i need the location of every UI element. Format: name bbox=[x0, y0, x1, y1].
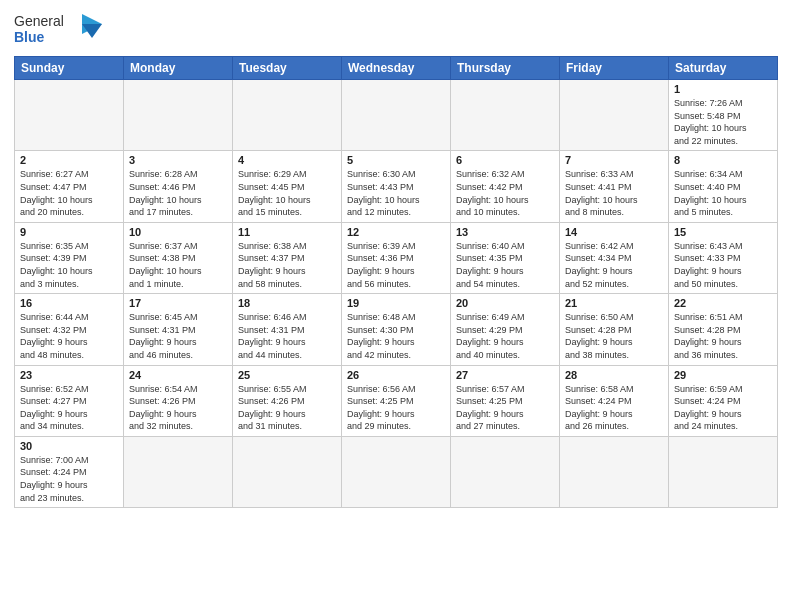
day-number: 1 bbox=[674, 83, 772, 95]
day-info: Sunrise: 6:39 AM Sunset: 4:36 PM Dayligh… bbox=[347, 240, 445, 290]
day-number: 2 bbox=[20, 154, 118, 166]
calendar-cell: 25Sunrise: 6:55 AM Sunset: 4:26 PM Dayli… bbox=[233, 365, 342, 436]
calendar-cell: 9Sunrise: 6:35 AM Sunset: 4:39 PM Daylig… bbox=[15, 222, 124, 293]
calendar-cell: 12Sunrise: 6:39 AM Sunset: 4:36 PM Dayli… bbox=[342, 222, 451, 293]
day-number: 23 bbox=[20, 369, 118, 381]
calendar-cell: 22Sunrise: 6:51 AM Sunset: 4:28 PM Dayli… bbox=[669, 294, 778, 365]
day-number: 18 bbox=[238, 297, 336, 309]
weekday-header-monday: Monday bbox=[124, 57, 233, 80]
calendar-cell bbox=[451, 436, 560, 507]
day-number: 13 bbox=[456, 226, 554, 238]
calendar-cell bbox=[233, 80, 342, 151]
day-info: Sunrise: 6:28 AM Sunset: 4:46 PM Dayligh… bbox=[129, 168, 227, 218]
calendar-cell: 13Sunrise: 6:40 AM Sunset: 4:35 PM Dayli… bbox=[451, 222, 560, 293]
day-info: Sunrise: 6:34 AM Sunset: 4:40 PM Dayligh… bbox=[674, 168, 772, 218]
calendar-cell bbox=[124, 436, 233, 507]
day-number: 4 bbox=[238, 154, 336, 166]
calendar-week-row: 23Sunrise: 6:52 AM Sunset: 4:27 PM Dayli… bbox=[15, 365, 778, 436]
calendar-cell: 2Sunrise: 6:27 AM Sunset: 4:47 PM Daylig… bbox=[15, 151, 124, 222]
calendar-cell: 7Sunrise: 6:33 AM Sunset: 4:41 PM Daylig… bbox=[560, 151, 669, 222]
calendar-week-row: 1Sunrise: 7:26 AM Sunset: 5:48 PM Daylig… bbox=[15, 80, 778, 151]
calendar-cell: 26Sunrise: 6:56 AM Sunset: 4:25 PM Dayli… bbox=[342, 365, 451, 436]
calendar-cell bbox=[451, 80, 560, 151]
day-number: 7 bbox=[565, 154, 663, 166]
day-info: Sunrise: 7:00 AM Sunset: 4:24 PM Dayligh… bbox=[20, 454, 118, 504]
logo: GeneralBlue bbox=[14, 10, 104, 48]
day-number: 20 bbox=[456, 297, 554, 309]
day-number: 19 bbox=[347, 297, 445, 309]
day-number: 30 bbox=[20, 440, 118, 452]
calendar-cell: 1Sunrise: 7:26 AM Sunset: 5:48 PM Daylig… bbox=[669, 80, 778, 151]
day-info: Sunrise: 6:29 AM Sunset: 4:45 PM Dayligh… bbox=[238, 168, 336, 218]
day-number: 10 bbox=[129, 226, 227, 238]
day-number: 22 bbox=[674, 297, 772, 309]
day-number: 3 bbox=[129, 154, 227, 166]
calendar-cell: 17Sunrise: 6:45 AM Sunset: 4:31 PM Dayli… bbox=[124, 294, 233, 365]
day-number: 26 bbox=[347, 369, 445, 381]
day-info: Sunrise: 6:52 AM Sunset: 4:27 PM Dayligh… bbox=[20, 383, 118, 433]
day-number: 17 bbox=[129, 297, 227, 309]
weekday-header-friday: Friday bbox=[560, 57, 669, 80]
day-info: Sunrise: 6:40 AM Sunset: 4:35 PM Dayligh… bbox=[456, 240, 554, 290]
calendar-cell: 24Sunrise: 6:54 AM Sunset: 4:26 PM Dayli… bbox=[124, 365, 233, 436]
calendar-cell bbox=[560, 436, 669, 507]
day-number: 5 bbox=[347, 154, 445, 166]
day-info: Sunrise: 6:51 AM Sunset: 4:28 PM Dayligh… bbox=[674, 311, 772, 361]
calendar-week-row: 16Sunrise: 6:44 AM Sunset: 4:32 PM Dayli… bbox=[15, 294, 778, 365]
calendar-cell: 20Sunrise: 6:49 AM Sunset: 4:29 PM Dayli… bbox=[451, 294, 560, 365]
day-info: Sunrise: 6:35 AM Sunset: 4:39 PM Dayligh… bbox=[20, 240, 118, 290]
day-info: Sunrise: 6:54 AM Sunset: 4:26 PM Dayligh… bbox=[129, 383, 227, 433]
day-number: 9 bbox=[20, 226, 118, 238]
day-number: 8 bbox=[674, 154, 772, 166]
calendar-cell: 14Sunrise: 6:42 AM Sunset: 4:34 PM Dayli… bbox=[560, 222, 669, 293]
calendar-cell: 28Sunrise: 6:58 AM Sunset: 4:24 PM Dayli… bbox=[560, 365, 669, 436]
day-info: Sunrise: 6:42 AM Sunset: 4:34 PM Dayligh… bbox=[565, 240, 663, 290]
calendar-cell: 11Sunrise: 6:38 AM Sunset: 4:37 PM Dayli… bbox=[233, 222, 342, 293]
day-number: 28 bbox=[565, 369, 663, 381]
day-info: Sunrise: 6:44 AM Sunset: 4:32 PM Dayligh… bbox=[20, 311, 118, 361]
day-info: Sunrise: 6:48 AM Sunset: 4:30 PM Dayligh… bbox=[347, 311, 445, 361]
day-number: 25 bbox=[238, 369, 336, 381]
day-number: 24 bbox=[129, 369, 227, 381]
calendar-cell bbox=[233, 436, 342, 507]
weekday-header-tuesday: Tuesday bbox=[233, 57, 342, 80]
day-info: Sunrise: 7:26 AM Sunset: 5:48 PM Dayligh… bbox=[674, 97, 772, 147]
day-number: 6 bbox=[456, 154, 554, 166]
calendar-cell bbox=[342, 80, 451, 151]
day-number: 21 bbox=[565, 297, 663, 309]
calendar-cell: 27Sunrise: 6:57 AM Sunset: 4:25 PM Dayli… bbox=[451, 365, 560, 436]
day-info: Sunrise: 6:57 AM Sunset: 4:25 PM Dayligh… bbox=[456, 383, 554, 433]
calendar-cell: 30Sunrise: 7:00 AM Sunset: 4:24 PM Dayli… bbox=[15, 436, 124, 507]
day-info: Sunrise: 6:58 AM Sunset: 4:24 PM Dayligh… bbox=[565, 383, 663, 433]
weekday-header-sunday: Sunday bbox=[15, 57, 124, 80]
day-number: 12 bbox=[347, 226, 445, 238]
day-info: Sunrise: 6:46 AM Sunset: 4:31 PM Dayligh… bbox=[238, 311, 336, 361]
calendar-week-row: 9Sunrise: 6:35 AM Sunset: 4:39 PM Daylig… bbox=[15, 222, 778, 293]
svg-text:General: General bbox=[14, 13, 64, 29]
calendar-cell: 3Sunrise: 6:28 AM Sunset: 4:46 PM Daylig… bbox=[124, 151, 233, 222]
day-number: 16 bbox=[20, 297, 118, 309]
page: GeneralBlue SundayMondayTuesdayWednesday… bbox=[0, 0, 792, 612]
svg-text:Blue: Blue bbox=[14, 29, 45, 45]
calendar-cell: 15Sunrise: 6:43 AM Sunset: 4:33 PM Dayli… bbox=[669, 222, 778, 293]
day-info: Sunrise: 6:30 AM Sunset: 4:43 PM Dayligh… bbox=[347, 168, 445, 218]
calendar-cell: 19Sunrise: 6:48 AM Sunset: 4:30 PM Dayli… bbox=[342, 294, 451, 365]
day-info: Sunrise: 6:27 AM Sunset: 4:47 PM Dayligh… bbox=[20, 168, 118, 218]
calendar-cell: 6Sunrise: 6:32 AM Sunset: 4:42 PM Daylig… bbox=[451, 151, 560, 222]
weekday-header-wednesday: Wednesday bbox=[342, 57, 451, 80]
day-number: 29 bbox=[674, 369, 772, 381]
calendar-cell bbox=[560, 80, 669, 151]
day-info: Sunrise: 6:32 AM Sunset: 4:42 PM Dayligh… bbox=[456, 168, 554, 218]
day-info: Sunrise: 6:59 AM Sunset: 4:24 PM Dayligh… bbox=[674, 383, 772, 433]
day-info: Sunrise: 6:49 AM Sunset: 4:29 PM Dayligh… bbox=[456, 311, 554, 361]
calendar-cell: 23Sunrise: 6:52 AM Sunset: 4:27 PM Dayli… bbox=[15, 365, 124, 436]
day-info: Sunrise: 6:33 AM Sunset: 4:41 PM Dayligh… bbox=[565, 168, 663, 218]
calendar-cell: 18Sunrise: 6:46 AM Sunset: 4:31 PM Dayli… bbox=[233, 294, 342, 365]
calendar-cell bbox=[669, 436, 778, 507]
calendar-cell: 21Sunrise: 6:50 AM Sunset: 4:28 PM Dayli… bbox=[560, 294, 669, 365]
calendar-cell bbox=[124, 80, 233, 151]
calendar-cell: 10Sunrise: 6:37 AM Sunset: 4:38 PM Dayli… bbox=[124, 222, 233, 293]
calendar-cell: 4Sunrise: 6:29 AM Sunset: 4:45 PM Daylig… bbox=[233, 151, 342, 222]
calendar-cell: 8Sunrise: 6:34 AM Sunset: 4:40 PM Daylig… bbox=[669, 151, 778, 222]
calendar-week-row: 2Sunrise: 6:27 AM Sunset: 4:47 PM Daylig… bbox=[15, 151, 778, 222]
